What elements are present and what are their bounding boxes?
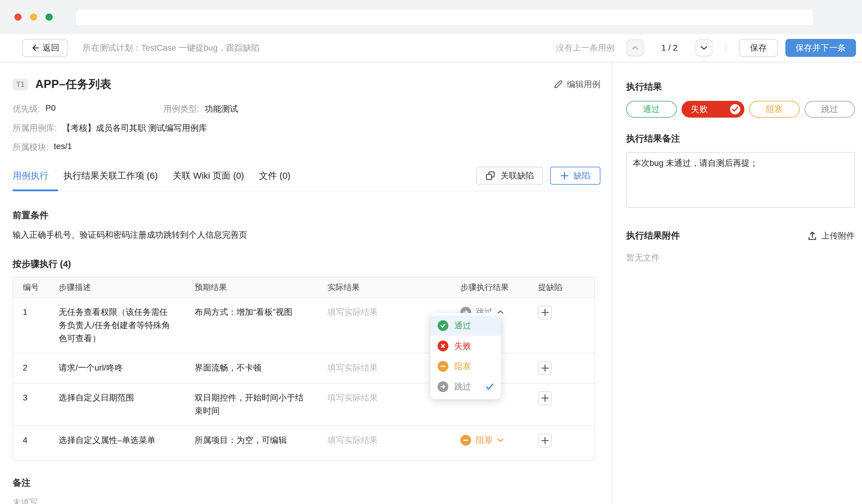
save-next-label: 保存并下一条 — [796, 42, 846, 54]
address-bar[interactable] — [76, 10, 813, 25]
result-pill-label: 失败 — [691, 104, 708, 115]
result-pill-label: 阻塞 — [766, 104, 783, 115]
result-note-title: 执行结果备注 — [626, 133, 855, 145]
case-type-label: 用例类型: — [164, 103, 199, 115]
result-pill-fail[interactable]: 失败 — [681, 101, 745, 118]
step-result-label: 阻塞 — [476, 434, 493, 447]
link-defect-button[interactable]: 关联缺陷 — [476, 167, 543, 185]
toolbar-divider — [726, 42, 726, 53]
column-header-expected: 预期结果 — [185, 277, 318, 297]
minimize-window-icon[interactable] — [30, 13, 37, 21]
dropdown-option-pass[interactable]: 通过 — [430, 316, 501, 336]
back-arrow-icon — [30, 44, 39, 52]
upload-attachment-button[interactable]: 上传附件 — [808, 230, 855, 241]
notes-title: 备注 — [13, 477, 600, 489]
chevron-down-icon — [497, 438, 504, 442]
step-number: 3 — [13, 383, 49, 425]
pencil-icon — [554, 80, 563, 89]
step-number: 1 — [13, 298, 49, 353]
library-value: 【考核】成员各司其职 测试编写用例库 — [62, 122, 207, 134]
precondition-title: 前置条件 — [13, 209, 600, 222]
result-pill-block[interactable]: 阻塞 — [749, 101, 800, 118]
step-row: 3 选择自定义日期范围 双日期控件，开始时间小于结束时间 填写实际结果 — [13, 383, 595, 425]
save-button[interactable]: 保存 — [739, 39, 778, 57]
dropdown-option-skip[interactable]: 跳过 — [430, 376, 501, 397]
edit-case-label: 编辑用例 — [567, 79, 600, 90]
column-header-actual: 实际结果 — [318, 277, 451, 297]
column-header-number: 编号 — [13, 277, 49, 297]
link-defect-icon — [485, 171, 495, 181]
result-pill-label: 跳过 — [821, 104, 838, 115]
chevron-up-icon — [632, 46, 638, 50]
block-icon — [460, 435, 471, 446]
precondition-text: 输入正确手机号、验证码和密码注册成功跳转到个人信息完善页 — [13, 229, 600, 241]
chevron-down-icon — [701, 46, 707, 50]
tab-files[interactable]: 文件 (0) — [259, 170, 290, 182]
edit-case-button[interactable]: 编辑用例 — [554, 79, 600, 90]
column-header-description: 步骤描述 — [49, 277, 185, 297]
no-files-text: 暂无文件 — [626, 252, 855, 263]
priority-label: 优先级: — [13, 103, 40, 115]
page-indicator: 1 / 2 — [662, 43, 678, 53]
case-type-value: 功能测试 — [205, 103, 238, 115]
column-header-raise-defect: 提缺陷 — [528, 277, 595, 297]
add-defect-row-button[interactable] — [538, 361, 552, 375]
tab-case-execution[interactable]: 用例执行 — [13, 170, 49, 182]
case-detail-panel: T1 APP–任务列表 编辑用例 优先级: P0 用例类型: 功能测试 所属用例… — [0, 62, 612, 504]
steps-table: 编号 步骤描述 预期结果 实际结果 步骤执行结果 提缺陷 1 无任务查看权限（该… — [13, 277, 595, 461]
check-icon — [437, 320, 448, 331]
dropdown-option-fail[interactable]: 失败 — [430, 336, 501, 356]
step-expected: 界面流畅，不卡顿 — [185, 354, 318, 383]
test-plan-label: 所在测试计划：TestCase 一键提bug，跟踪缺陷 — [83, 42, 260, 54]
case-tag-badge: T1 — [13, 78, 28, 90]
active-tab-indicator — [13, 189, 58, 191]
step-number: 4 — [13, 426, 49, 460]
dropdown-option-label: 阻塞 — [454, 361, 471, 372]
save-button-label: 保存 — [750, 42, 767, 54]
zoom-window-icon[interactable] — [45, 13, 53, 21]
selected-result-check-icon — [730, 104, 740, 114]
step-description: 无任务查看权限（该任务需任务负责人/任务创建者等特殊角色可查看） — [49, 298, 185, 353]
step-row: 1 无任务查看权限（该任务需任务负责人/任务创建者等特殊角色可查看） 布局方式：… — [13, 297, 595, 353]
result-pill-skip[interactable]: 跳过 — [805, 101, 855, 118]
step-expected: 所属项目：为空，可编辑 — [185, 426, 318, 460]
add-defect-row-button[interactable] — [538, 434, 552, 448]
result-pill-label: 通过 — [643, 104, 659, 115]
priority-value: P0 — [45, 103, 56, 115]
column-header-step-result: 步骤执行结果 — [451, 277, 528, 297]
next-case-button[interactable] — [696, 40, 712, 56]
step-actual-input[interactable]: 填写实际结果 — [318, 426, 451, 460]
back-button[interactable]: 返回 — [22, 39, 68, 57]
step-expected: 布局方式：增加“看板”视图 — [185, 298, 318, 353]
case-title: APP–任务列表 — [35, 77, 112, 92]
step-result-trigger[interactable]: 阻塞 — [460, 434, 519, 447]
result-pill-pass[interactable]: 通过 — [626, 101, 677, 118]
selected-check-icon — [485, 383, 494, 390]
close-window-icon[interactable] — [14, 13, 22, 21]
execution-result-panel: 执行结果 通过 失败 阻塞 跳过 执行结果备注 本次bug 未通过，请自测后再提… — [612, 62, 862, 504]
step-row: 4 选择自定义属性–单选菜单 所属项目：为空，可编辑 填写实际结果 阻塞 — [13, 425, 595, 460]
tab-wiki-pages[interactable]: 关联 Wiki 页面 (0) — [173, 170, 244, 182]
table-header-row: 编号 步骤描述 预期结果 实际结果 步骤执行结果 提缺陷 — [13, 277, 595, 297]
dropdown-option-label: 跳过 — [454, 381, 471, 393]
execution-result-title: 执行结果 — [626, 81, 855, 93]
dropdown-option-label: 失败 — [454, 340, 471, 352]
step-result-dropdown: 通过 失败 阻塞 跳过 — [430, 313, 501, 399]
add-defect-label: 缺陷 — [573, 170, 590, 181]
step-expected: 双日期控件，开始时间小于结束时间 — [185, 383, 318, 425]
add-defect-row-button[interactable] — [538, 391, 552, 405]
plus-icon — [560, 172, 569, 180]
window-header — [0, 0, 862, 34]
dropdown-option-block[interactable]: 阻塞 — [430, 356, 501, 376]
attachment-title: 执行结果附件 — [626, 229, 680, 242]
step-row: 2 请求/一个url/咚咚 界面流畅，不卡顿 填写实际结果 — [13, 353, 595, 383]
result-note-textarea[interactable]: 本次bug 未通过，请自测后再提； — [626, 152, 855, 208]
window-controls — [0, 13, 53, 21]
save-and-next-button[interactable]: 保存并下一条 — [785, 39, 856, 57]
add-defect-button[interactable]: 缺陷 — [550, 167, 600, 185]
prev-case-button[interactable] — [627, 40, 643, 56]
add-defect-row-button[interactable] — [538, 306, 552, 319]
arrow-right-icon — [437, 381, 448, 392]
tab-related-work-items[interactable]: 执行结果关联工作项 (6) — [64, 170, 158, 182]
cross-icon — [437, 341, 448, 352]
